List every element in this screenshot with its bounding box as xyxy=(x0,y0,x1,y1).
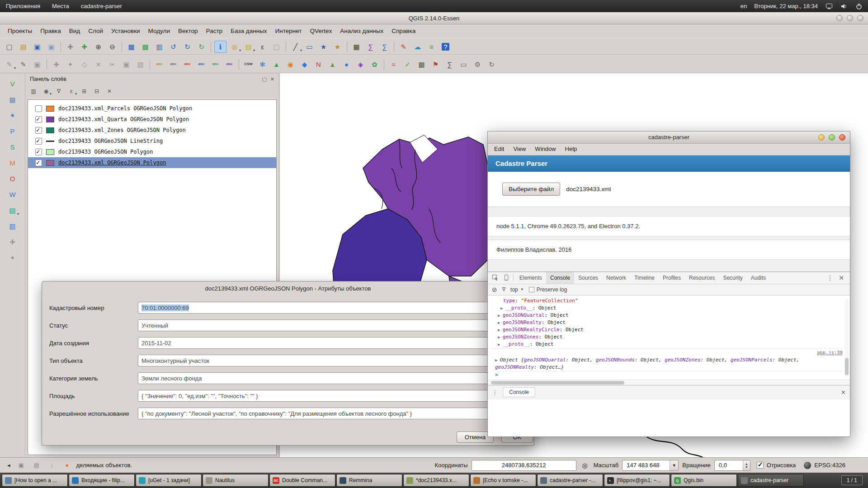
label-properties-icon[interactable]: abc xyxy=(223,58,236,70)
csw-search-icon[interactable]: CSW xyxy=(242,58,255,70)
toolbar-button[interactable] xyxy=(394,42,394,52)
layer-visibility-checkbox[interactable] xyxy=(35,149,42,155)
parser-menu-item[interactable]: View xyxy=(509,143,530,155)
zoom-to-selection-icon[interactable]: ▩ xyxy=(139,41,151,53)
devtools-tab[interactable]: Network xyxy=(602,272,630,284)
console-line[interactable]: type: "FeatureCollection" xyxy=(491,297,843,305)
qgis-menu-item[interactable]: Модули xyxy=(144,24,174,38)
identify-features-icon[interactable]: ℹ xyxy=(214,41,226,53)
add-vector-layer-icon[interactable]: V xyxy=(6,78,19,90)
toolbar-button[interactable] xyxy=(286,42,286,52)
devtools-tab[interactable]: Console xyxy=(546,272,574,284)
taskbar-window-button[interactable]: DC Double Comman... xyxy=(269,474,335,487)
refresh-map-icon[interactable]: ↻ xyxy=(195,41,208,53)
new-spatialite-layer-icon[interactable]: ✦ xyxy=(6,252,19,264)
layer-visibility-checkbox[interactable] xyxy=(35,138,42,145)
select-features-icon[interactable]: ▧ xyxy=(242,41,255,53)
statistical-summary-icon[interactable]: ∑ xyxy=(378,41,391,53)
qgis-menu-item[interactable]: База данных xyxy=(226,24,271,38)
clear-console-icon[interactable]: ⊘ xyxy=(492,286,497,293)
maximize-icon[interactable] xyxy=(847,15,853,21)
layer-name[interactable]: doc2139433.xml_Zones OGRGeoJSON Polygon xyxy=(58,127,186,133)
download-indicator-icon[interactable]: ↓ xyxy=(47,461,57,470)
add-spatialite-layer-icon[interactable]: S xyxy=(6,141,19,153)
close-icon[interactable] xyxy=(857,15,863,21)
numerical-digitize-icon[interactable]: N xyxy=(312,58,325,70)
float-panel-icon[interactable]: ▢ xyxy=(262,76,266,82)
console-output[interactable]: type: "FeatureCollection"▶ __proto__: Ob… xyxy=(488,296,850,380)
console-line[interactable]: ▶ geoJSONRealty: Object xyxy=(491,319,843,326)
filter-legend-icon[interactable]: ∇ xyxy=(54,86,64,96)
spinner-arrows-icon[interactable]: ▲▼ xyxy=(743,460,750,470)
add-delimited-text-icon[interactable]: ✶ xyxy=(6,109,19,122)
render-checkbox[interactable] xyxy=(757,462,764,469)
dxf-export-icon[interactable]: ▭ xyxy=(458,58,470,70)
label-highlight-icon[interactable]: abc xyxy=(181,58,193,70)
add-wfs-layer-icon[interactable]: ▥ xyxy=(6,220,19,232)
attribute-input[interactable]: Учтенный xyxy=(138,319,525,331)
reload-plugins-icon[interactable]: ↻ xyxy=(486,58,498,70)
console-source-link[interactable]: app.js:30 xyxy=(817,350,843,355)
hide-panels-icon[interactable]: ◂ xyxy=(5,462,13,469)
power-icon[interactable] xyxy=(855,2,863,10)
console-line[interactable]: ▶ __proto__: Object xyxy=(491,341,843,348)
new-project-icon[interactable]: ▢ xyxy=(3,41,15,53)
heatmap-icon[interactable]: ◉ xyxy=(284,58,297,70)
drawer-menu-icon[interactable]: ⋮ xyxy=(492,389,498,396)
preserve-log-toggle[interactable]: Preserve log xyxy=(529,286,567,293)
qgis-menu-item[interactable]: QVertex xyxy=(306,24,336,38)
mouse-position-toggle-icon[interactable]: ◎ xyxy=(580,460,590,470)
select-by-expression-icon[interactable]: ε xyxy=(256,41,269,53)
qgis-menu-item[interactable]: Анализ данных xyxy=(336,24,387,38)
device-toolbar-icon[interactable] xyxy=(500,274,511,281)
vertical-scrollbar[interactable] xyxy=(844,299,849,377)
drawer-console-tab[interactable]: Console xyxy=(503,387,535,397)
devtools-tab[interactable]: Resources xyxy=(685,272,719,284)
measure-icon[interactable]: ╱ xyxy=(289,41,302,53)
console-line[interactable]: > xyxy=(491,371,843,379)
network-indicator-icon[interactable]: ▤ xyxy=(32,461,41,470)
save-project-icon[interactable]: ▣ xyxy=(31,41,43,53)
layer-visibility-checkbox[interactable] xyxy=(35,160,42,166)
plugin-settings-icon[interactable]: ⚙ xyxy=(472,58,484,70)
desktop-menu-item[interactable]: Приложения xyxy=(0,0,46,12)
qgis-menu-item[interactable]: Интернет xyxy=(271,24,306,38)
label-move-icon[interactable]: abc xyxy=(195,58,208,70)
zoom-in-icon[interactable]: ⊕ xyxy=(92,41,104,53)
layer-name[interactable]: doc2139433 OGRGeoJSON LineString xyxy=(58,138,163,144)
volume-icon[interactable] xyxy=(840,2,848,10)
layer-visibility-checkbox[interactable] xyxy=(35,105,42,112)
clock[interactable]: Вторник, 22 мар., 18:34 xyxy=(754,3,818,9)
attribute-input[interactable]: { "по документу": "Лесной участок", "по … xyxy=(138,408,525,419)
node-tool-icon[interactable]: ◇ xyxy=(78,58,90,70)
devtools-tab[interactable]: Security xyxy=(719,272,746,284)
map-tips-icon[interactable]: ▭ xyxy=(303,41,316,53)
open-project-icon[interactable]: ▤ xyxy=(17,41,29,53)
toolbar-button[interactable] xyxy=(239,59,239,70)
toolbar-button[interactable] xyxy=(122,42,122,52)
add-postgis-layer-icon[interactable]: P xyxy=(6,125,19,137)
delete-selected-icon[interactable]: ✕ xyxy=(92,58,104,70)
close-icon[interactable] xyxy=(839,134,845,141)
display-icon[interactable] xyxy=(825,2,833,10)
layer-row[interactable]: doc2139433.xml OGRGeoJSON Polygon xyxy=(28,157,276,168)
zoom-full-icon[interactable]: ▩ xyxy=(125,41,137,53)
devtools-tab[interactable]: Timeline xyxy=(630,272,659,284)
profile-tool-icon[interactable]: ▲ xyxy=(326,58,339,70)
pan-map-icon[interactable]: ✚ xyxy=(64,41,76,53)
workspace-switcher[interactable]: 1 / 1 xyxy=(841,475,863,485)
python-console-icon[interactable]: ≡ xyxy=(425,41,438,53)
attribute-input[interactable]: Многоконтурный участок xyxy=(138,355,525,366)
qgis-titlebar[interactable]: QGIS 2.14.0-Essen xyxy=(0,12,868,24)
layer-row[interactable]: doc2139433.xml_Parcels OGRGeoJSON Polygo… xyxy=(28,103,276,114)
label-pin-icon[interactable]: abc xyxy=(167,58,179,70)
pin-labels-icon[interactable]: ⚑ xyxy=(429,58,442,70)
add-mssql-layer-icon[interactable]: M xyxy=(6,157,19,169)
parser-menu-item[interactable]: Window xyxy=(530,143,560,155)
statist-plugin-icon[interactable]: ∑ xyxy=(443,58,456,70)
expand-all-icon[interactable]: ⊞ xyxy=(79,86,89,96)
manage-map-themes-icon[interactable]: ◉ xyxy=(41,86,51,96)
copy-features-icon[interactable]: ▣ xyxy=(120,58,132,70)
rotation-spinbox[interactable]: 0,0 ▲▼ xyxy=(714,460,750,471)
zoom-to-layer-icon[interactable]: ▥ xyxy=(153,41,165,53)
